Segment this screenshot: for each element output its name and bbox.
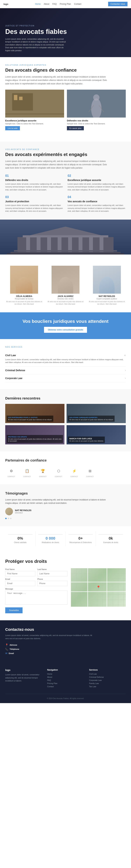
news-card-1[interactable]: Vos partenaires pour la justice At vero …: [5, 404, 64, 423]
img1-desc: Sample text. Click to select the Text El…: [5, 123, 64, 125]
partner-name-4: CONTACT: [53, 476, 65, 477]
stats-section: 0% Clients satisfaits 0 000 Réalisations…: [0, 526, 131, 552]
map-road-h-2: [71, 591, 126, 592]
testimonial-nav: [5, 518, 126, 519]
map-road-v-2: [106, 568, 107, 607]
map-placeholder: 📍: [71, 568, 126, 607]
partner-name-5: CONTACT: [68, 476, 80, 477]
service-name-2: Criminal Defense: [5, 369, 25, 372]
img1-btn[interactable]: Lire la suite: [5, 126, 20, 130]
location-icon: 📍: [5, 644, 8, 646]
solutions-section: SOLUTIONS JURIDIQUES EXPERTES Des avocat…: [0, 57, 131, 142]
nav-faq[interactable]: FAQ: [53, 3, 57, 5]
nav-cta-button[interactable]: Contactez nous: [108, 2, 128, 6]
nav-about[interactable]: About: [44, 3, 49, 5]
partner-1: ⚙ CONTACT: [5, 467, 18, 477]
news-grid: Vos partenaires pour la justice At vero …: [5, 404, 126, 444]
solutions-images: Excellence juridique assurée Sample text…: [5, 90, 126, 130]
phone-input[interactable]: [37, 581, 67, 586]
solutions-desc: Lorem ipsum dolor sit amet, consectetur …: [5, 75, 110, 86]
service-header-2[interactable]: Criminal Defense ›: [5, 369, 126, 372]
news-img-2: Solutions juridiques expertes At vero eo…: [67, 404, 126, 423]
footer: logo Lorem ipsum dolor sit amet, consect…: [0, 662, 131, 703]
stat-number-3: 0+: [68, 536, 93, 540]
news-card-2[interactable]: Solutions juridiques expertes At vero eo…: [67, 404, 126, 423]
partner-name-6: CONTACT: [84, 476, 96, 477]
chevron-right-icon-2: ›: [125, 369, 126, 372]
submit-button[interactable]: Soumettre: [5, 608, 23, 613]
svg-rect-2: [14, 95, 18, 100]
lawyer-title-3: Justice et protection: [5, 200, 63, 203]
team-grid: CÉLIA ALMEIDA Responsable de bureau At v…: [5, 266, 126, 305]
partner-6: ⊞ CONTACT: [84, 467, 96, 477]
email-input[interactable]: [5, 581, 35, 586]
court-banner: [0, 220, 131, 254]
banner-cta-button[interactable]: Obtenez votre consultation gratuite: [44, 327, 87, 333]
footer-service-3[interactable]: Corporate Law: [89, 679, 126, 681]
service-header-1[interactable]: Civil Law ∨: [5, 354, 126, 357]
partner-5: ⚡ CONTACT: [68, 467, 80, 477]
last-name-input[interactable]: [37, 571, 67, 576]
lawyers-label: VOS AVOCATS DE CONFIANCE: [5, 149, 126, 150]
footer-link-3[interactable]: FAQ: [47, 679, 84, 681]
footer-service-2[interactable]: Criminal Defense: [89, 676, 126, 678]
stat-label-1: Clients satisfaits: [8, 541, 32, 544]
author-role: Directeur: [15, 512, 31, 514]
first-name-input[interactable]: [5, 571, 35, 576]
nav-links: Home About FAQ Pricing Plan Contact: [35, 3, 81, 5]
news-img-3: Protégez vos droits At vero eos et accus…: [5, 425, 64, 444]
message-textarea[interactable]: [5, 591, 67, 604]
lawyers-grid: 01 Défendre vos droits Lorem ipsum dolor…: [5, 174, 126, 213]
stat-1: 0% Clients satisfaits: [5, 531, 35, 547]
email-group: Email: [5, 578, 35, 586]
news-tag-2: Solutions juridiques expertes: [69, 416, 113, 418]
svg-rect-3: [19, 97, 23, 100]
partner-icon-5: ⚡: [68, 467, 80, 475]
team-role-1: Responsable de bureau: [5, 298, 43, 300]
footer-service-4[interactable]: Family Law: [89, 682, 126, 684]
footer-service-1[interactable]: Civil Law: [89, 673, 126, 675]
nav-contact[interactable]: Contact: [74, 3, 81, 5]
nav-home[interactable]: Home: [35, 3, 41, 5]
dot-2[interactable]: [8, 518, 9, 519]
footer-link-5[interactable]: Contact: [47, 685, 84, 687]
service-header-3[interactable]: Corporate Law ›: [5, 377, 126, 380]
stat-label-4: Exemples de droits: [99, 541, 123, 544]
message-label: Message: [5, 588, 67, 590]
footer-link-4[interactable]: Pricing Plan: [47, 682, 84, 684]
footer-link-2[interactable]: About: [47, 676, 84, 678]
dot-1[interactable]: [5, 518, 7, 519]
img1-title: Excellence juridique assurée: [5, 119, 64, 122]
blue-banner: Vos boucliers juridiques vous attendent …: [0, 312, 131, 339]
nav-logo: logo: [3, 3, 8, 5]
lawyers-desc: Lorem ipsum dolor sit amet, consectetur …: [5, 160, 110, 170]
map-road-v-1: [87, 568, 88, 607]
progress-bar-4: [99, 534, 123, 535]
phone-icon: 📞: [5, 648, 8, 651]
lawyer-title-2: Excellence juridique assurée: [68, 179, 126, 182]
stat-4: 0k Exemples de droits: [96, 531, 126, 547]
team-role-2: Directeur des ventes: [46, 298, 85, 300]
news-card-3[interactable]: Protégez vos droits At vero eos et accus…: [5, 425, 64, 444]
news-tag-4: MARCH FOR OUR LIVES: [69, 438, 103, 440]
news-overlay-1: Vos partenaires pour la justice At vero …: [7, 415, 53, 422]
nav-pricing[interactable]: Pricing Plan: [60, 3, 71, 5]
lawyer-title-4: Vos avocats de confiance: [68, 200, 126, 203]
svg-rect-25: [7, 253, 124, 254]
footer-col2-title: Navigation: [47, 669, 84, 671]
news-img-1: Vos partenaires pour la justice At vero …: [5, 404, 64, 423]
news-card-4[interactable]: MARCH FOR OUR LIVES At vero eos et accus…: [67, 425, 126, 444]
lawyer-num-3: 03: [5, 195, 63, 199]
form-side: First Name Last Name Email Phone: [5, 568, 67, 613]
dot-3[interactable]: [10, 518, 11, 519]
img2-btn[interactable]: En savoir plus: [67, 126, 84, 130]
footer-col-3: Services Civil Law Criminal Defense Corp…: [89, 669, 126, 689]
author-name: NAT REYNOLDS: [15, 509, 31, 512]
progress-bar-1: [8, 534, 32, 535]
map-road-h-1: [71, 582, 126, 582]
partner-icon-6: ⊞: [84, 467, 96, 475]
footer-service-5[interactable]: Tax Law: [89, 685, 126, 687]
news-overlay-4: MARCH FOR OUR LIVES At vero eos et accus…: [68, 437, 105, 443]
navigation: logo Home About FAQ Pricing Plan Contact…: [0, 0, 131, 8]
footer-link-1[interactable]: Home: [47, 673, 84, 675]
